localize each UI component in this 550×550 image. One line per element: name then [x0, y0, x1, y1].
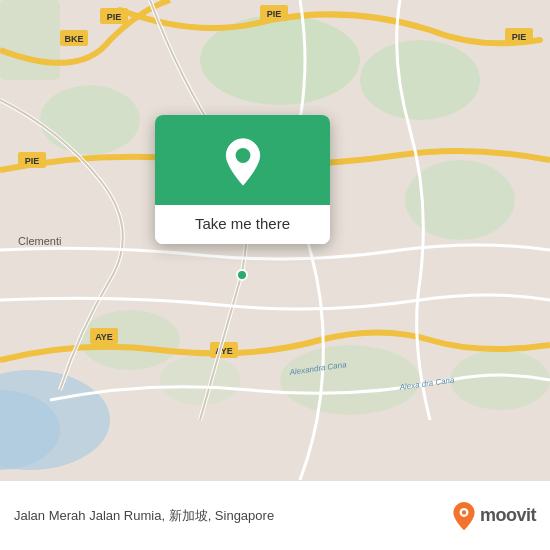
svg-point-32 — [462, 510, 466, 514]
svg-text:Clementi: Clementi — [18, 235, 61, 247]
moovit-brand-text: moovit — [480, 505, 536, 526]
location-pin-icon — [221, 137, 265, 187]
popup-card[interactable]: Take me there — [155, 115, 330, 244]
svg-point-7 — [450, 350, 550, 410]
moovit-pin-icon — [451, 501, 477, 531]
take-me-there-button[interactable]: Take me there — [155, 205, 330, 244]
moovit-logo: moovit — [451, 501, 536, 531]
svg-text:PIE: PIE — [25, 156, 40, 166]
svg-point-29 — [237, 270, 247, 280]
bottom-bar: Jalan Merah Jalan Rumia, 新加坡, Singapore … — [0, 480, 550, 550]
location-text: Jalan Merah Jalan Rumia, 新加坡, Singapore — [14, 507, 451, 525]
svg-text:PIE: PIE — [267, 9, 282, 19]
svg-point-30 — [235, 148, 250, 163]
svg-point-3 — [40, 85, 140, 155]
svg-point-2 — [360, 40, 480, 120]
svg-point-9 — [160, 355, 240, 405]
svg-point-5 — [280, 345, 420, 415]
map-container: PIE PIE PIE BKE PIE AYE AYE — [0, 0, 550, 480]
svg-text:PIE: PIE — [512, 32, 527, 42]
svg-text:BKE: BKE — [64, 34, 83, 44]
svg-text:AYE: AYE — [95, 332, 113, 342]
svg-rect-8 — [0, 0, 60, 80]
svg-text:PIE: PIE — [107, 12, 122, 22]
popup-green-area — [155, 115, 330, 205]
